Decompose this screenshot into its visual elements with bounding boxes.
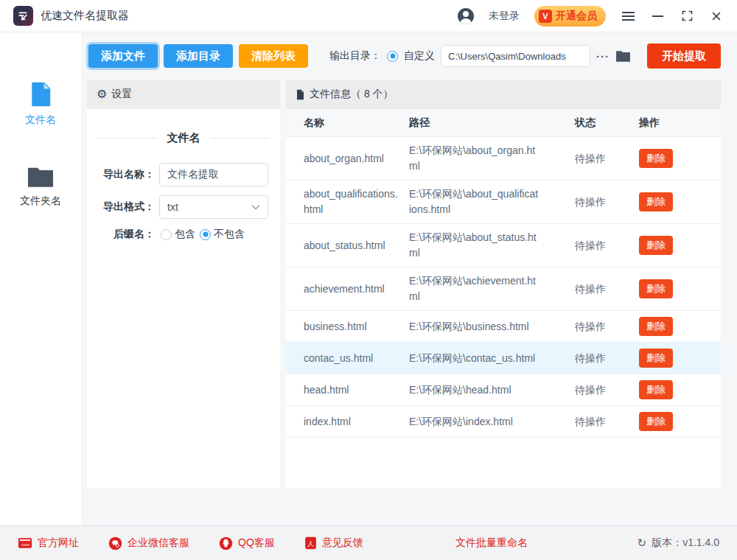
sidebar: 文件名 文件夹名 xyxy=(0,32,81,525)
table-column-headers: 名称 路径 状态 操作 xyxy=(286,109,721,137)
file-icon xyxy=(27,81,54,108)
delete-button[interactable]: 删除 xyxy=(639,236,673,255)
menu-icon[interactable] xyxy=(621,9,635,24)
exclude-radio[interactable] xyxy=(200,229,211,240)
col-status: 状态 xyxy=(575,116,639,130)
suffix-label: 后缀名： xyxy=(87,228,155,241)
file-path-cell: E:\环保网站\about_status.html xyxy=(409,230,575,261)
sidebar-item-label: 文件夹名 xyxy=(20,195,61,208)
clear-list-button[interactable]: 清除列表 xyxy=(239,44,308,68)
vip-icon: V xyxy=(539,10,552,23)
section-title-row: 文件名 xyxy=(87,131,280,145)
output-dir-label: 输出目录： xyxy=(329,49,381,63)
suffix-include-option[interactable]: 包含 xyxy=(161,228,195,241)
add-file-button[interactable]: 添加文件 xyxy=(88,44,158,68)
settings-panel: ⚙ 设置 文件名 导出名称： 导出格式： txt 后缀名： xyxy=(87,80,280,489)
qq-service-link[interactable]: QQ客服 xyxy=(219,536,275,550)
file-status-cell: 待操作 xyxy=(575,351,639,366)
sidebar-item-label: 文件名 xyxy=(25,113,56,127)
feedback-link[interactable]: 人 意见反馈 xyxy=(304,536,363,550)
file-name-cell: head.html xyxy=(304,382,409,398)
start-extract-button[interactable]: 开始提取 xyxy=(647,43,721,69)
file-name-cell: about_status.html xyxy=(304,238,409,253)
file-name-cell: about_organ.html xyxy=(304,151,409,167)
table-row[interactable]: head.html E:\环保网站\head.html 待操作 删除 xyxy=(286,374,721,406)
app-logo-icon xyxy=(13,6,33,26)
file-path-cell: E:\环保网站\index.html xyxy=(409,414,575,430)
file-status-cell: 待操作 xyxy=(575,195,639,210)
maximize-icon[interactable] xyxy=(680,9,694,24)
app-title: 优速文件名提取器 xyxy=(41,9,129,23)
batch-rename-link[interactable]: 文件批量重命名 xyxy=(455,536,528,550)
table-row[interactable]: index.html E:\环保网站\index.html 待操作 删除 xyxy=(286,406,721,438)
browse-ellipsis-button[interactable]: ··· xyxy=(596,50,609,63)
export-format-select[interactable]: txt xyxy=(159,195,268,219)
toolbar: 添加文件 添加目录 清除列表 输出目录： 自定义 ··· 开始提取 xyxy=(81,32,737,80)
wechat-service-icon xyxy=(108,536,122,550)
file-info-panel: 文件信息（ 8 个） 名称 路径 状态 操作 about_organ.html … xyxy=(286,80,721,489)
export-name-input[interactable] xyxy=(159,163,268,186)
file-name-cell: achievement.html xyxy=(304,281,409,297)
file-name-cell: business.html xyxy=(304,319,409,335)
sidebar-item-filename[interactable]: 文件名 xyxy=(25,81,56,127)
delete-button[interactable]: 删除 xyxy=(639,349,673,368)
sidebar-item-foldername[interactable]: 文件夹名 xyxy=(20,165,61,208)
file-path-cell: E:\环保网站\about_organ.html xyxy=(409,143,575,174)
gear-icon: ⚙ xyxy=(97,88,107,100)
file-status-cell: 待操作 xyxy=(575,319,639,335)
export-format-label: 导出格式： xyxy=(87,200,155,214)
com-website-icon: .com xyxy=(18,537,32,549)
export-name-label: 导出名称： xyxy=(87,168,155,181)
file-info-header: 文件信息（ 8 个） xyxy=(286,80,721,109)
table-row[interactable]: about_organ.html E:\环保网站\about_organ.htm… xyxy=(286,137,721,181)
col-name: 名称 xyxy=(304,116,409,130)
delete-button[interactable]: 删除 xyxy=(639,279,673,298)
open-folder-icon[interactable] xyxy=(615,49,631,63)
file-status-cell: 待操作 xyxy=(575,382,639,398)
close-icon[interactable] xyxy=(709,9,724,24)
table-row[interactable]: business.html E:\环保网站\business.html 待操作 … xyxy=(286,311,721,343)
include-radio[interactable] xyxy=(161,229,172,240)
table-row[interactable]: contac_us.html E:\环保网站\contac_us.html 待操… xyxy=(286,343,721,374)
file-name-cell: index.html xyxy=(304,414,409,430)
official-website-link[interactable]: .com 官方网址 xyxy=(18,536,79,550)
custom-radio-label[interactable]: 自定义 xyxy=(404,49,435,63)
file-path-cell: E:\环保网站\head.html xyxy=(409,382,575,398)
file-path-cell: E:\环保网站\contac_us.html xyxy=(409,351,575,366)
document-icon xyxy=(296,89,305,100)
delete-button[interactable]: 删除 xyxy=(639,412,673,431)
login-status[interactable]: 未登录 xyxy=(489,10,520,23)
refresh-icon[interactable]: ↻ xyxy=(638,536,647,550)
svg-text:人: 人 xyxy=(307,540,314,547)
folder-icon xyxy=(27,165,55,189)
footer: .com 官方网址 企业微信客服 QQ客服 人 xyxy=(0,525,737,560)
minimize-icon[interactable] xyxy=(650,9,665,24)
open-vip-button[interactable]: V 开通会员 xyxy=(534,6,606,27)
file-name-cell: about_qualifications.html xyxy=(304,186,409,217)
feedback-icon: 人 xyxy=(304,536,317,550)
col-action: 操作 xyxy=(639,116,721,130)
delete-button[interactable]: 删除 xyxy=(639,380,673,399)
file-name-cell: contac_us.html xyxy=(304,351,409,366)
suffix-exclude-option[interactable]: 不包含 xyxy=(200,228,245,241)
settings-header: ⚙ 设置 xyxy=(87,80,280,109)
table-body: about_organ.html E:\环保网站\about_organ.htm… xyxy=(286,137,721,489)
table-row[interactable]: about_qualifications.html E:\环保网站\about_… xyxy=(286,181,721,224)
output-path-input[interactable] xyxy=(441,45,590,67)
file-path-cell: E:\环保网站\about_qualifications.html xyxy=(409,186,575,217)
delete-button[interactable]: 删除 xyxy=(639,317,673,336)
add-directory-button[interactable]: 添加目录 xyxy=(164,44,233,68)
wechat-service-link[interactable]: 企业微信客服 xyxy=(108,536,189,550)
section-title: 文件名 xyxy=(167,131,200,145)
chevron-down-icon xyxy=(251,204,260,210)
user-avatar-icon[interactable] xyxy=(458,8,474,24)
file-status-cell: 待操作 xyxy=(575,238,639,253)
col-path: 路径 xyxy=(409,116,575,130)
table-row[interactable]: achievement.html E:\环保网站\achievement.htm… xyxy=(286,267,721,311)
file-status-cell: 待操作 xyxy=(575,151,639,167)
custom-radio[interactable] xyxy=(387,51,398,62)
table-row[interactable]: about_status.html E:\环保网站\about_status.h… xyxy=(286,224,721,267)
delete-button[interactable]: 删除 xyxy=(639,192,673,211)
delete-button[interactable]: 删除 xyxy=(639,149,673,168)
file-status-cell: 待操作 xyxy=(575,281,639,297)
